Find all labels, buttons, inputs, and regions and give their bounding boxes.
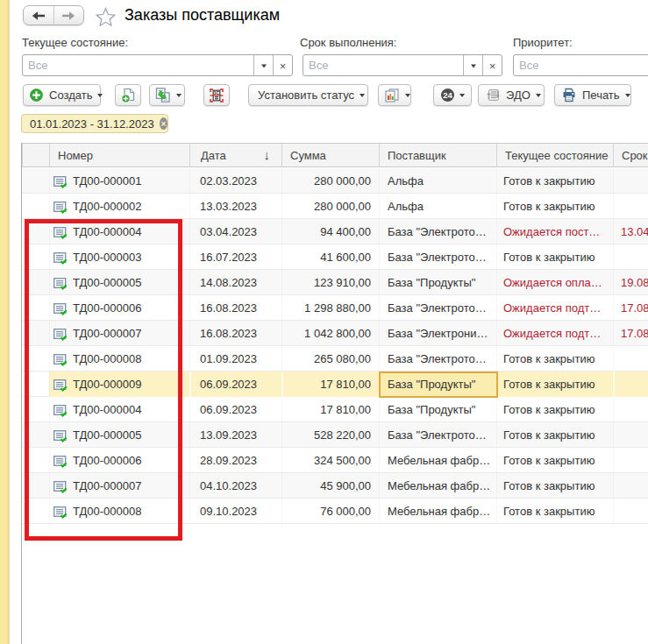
svg-text:1С: 1С (214, 90, 220, 96)
